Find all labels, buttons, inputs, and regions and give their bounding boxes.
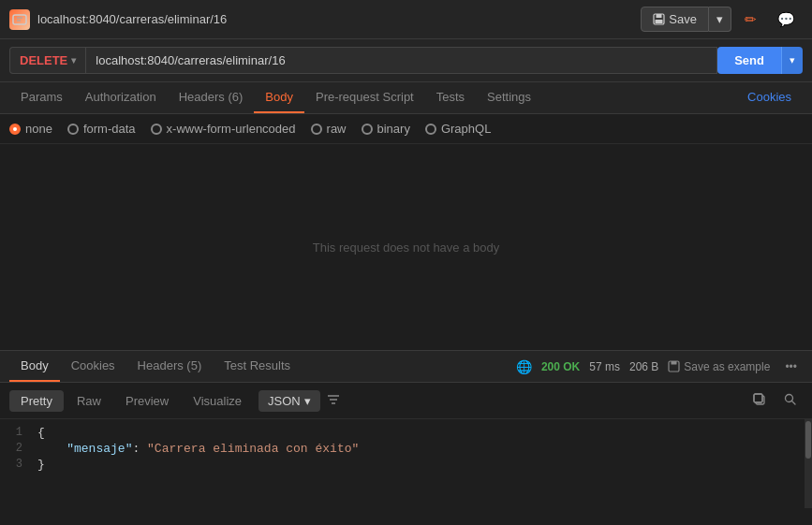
svg-rect-5 (656, 20, 663, 23)
response-code-view: 1 { 2 "mensaje": "Carrera eliminada con … (0, 419, 812, 508)
tab-params[interactable]: Params (9, 82, 74, 113)
url-input[interactable] (85, 47, 717, 74)
code-line-2: 2 "mensaje": "Carrera eliminada con éxit… (0, 441, 812, 457)
line-num-3: 3 (0, 458, 37, 471)
tab-pre-request[interactable]: Pre-request Script (304, 82, 425, 113)
edit-button[interactable]: ✏ (737, 7, 764, 33)
svg-rect-12 (754, 394, 762, 402)
tab-body[interactable]: Body (254, 82, 304, 113)
line-content-1: { (37, 426, 812, 440)
format-actions (746, 388, 803, 413)
tab-cookies[interactable]: Cookies (736, 82, 803, 113)
response-tabs: Body Cookies Headers (5) Test Results 🌐 … (0, 351, 812, 383)
option-raw[interactable]: raw (311, 122, 347, 136)
svg-rect-7 (672, 361, 677, 365)
tab-authorization[interactable]: Authorization (74, 82, 168, 113)
save-button[interactable]: Save (641, 7, 709, 32)
format-tab-preview[interactable]: Preview (114, 390, 180, 412)
radio-form-data-dot (67, 124, 79, 135)
format-tab-raw[interactable]: Raw (66, 390, 112, 412)
response-section: Body Cookies Headers (5) Test Results 🌐 … (0, 350, 812, 508)
option-urlencoded[interactable]: x-www-form-urlencoded (151, 122, 296, 136)
response-time: 57 ms (589, 360, 620, 373)
option-none[interactable]: none (9, 122, 52, 136)
tab-tests[interactable]: Tests (425, 82, 476, 113)
line-num-2: 2 (0, 442, 37, 455)
request-tabs: Params Authorization Headers (6) Body Pr… (0, 82, 812, 114)
tab-headers[interactable]: Headers (6) (168, 82, 255, 113)
format-tab-visualize[interactable]: Visualize (182, 390, 253, 412)
scrollbar[interactable] (805, 419, 812, 508)
response-size: 206 B (629, 360, 658, 373)
radio-graphql-dot (425, 124, 436, 135)
line-content-2: "mensaje": "Carrera eliminada con éxito" (37, 442, 812, 456)
svg-rect-0 (13, 15, 26, 24)
app-icon (9, 9, 30, 30)
save-example-icon (668, 360, 680, 372)
code-line-3: 3 } (0, 457, 812, 473)
body-options: none form-data x-www-form-urlencoded raw… (0, 114, 812, 144)
response-tab-body[interactable]: Body (9, 351, 60, 382)
window-url-title: localhost:8040/carreras/eliminar/16 (37, 12, 227, 26)
response-tab-cookies[interactable]: Cookies (60, 351, 126, 382)
response-status: 200 OK (541, 360, 580, 373)
top-bar-right: Save ▾ ✏ 💬 (641, 7, 803, 33)
globe-icon: 🌐 (516, 359, 532, 374)
radio-urlencoded-dot (151, 124, 162, 135)
method-label: DELETE (20, 53, 67, 67)
svg-line-15 (792, 401, 796, 405)
line-content-3: } (37, 458, 812, 472)
tab-settings[interactable]: Settings (476, 82, 542, 113)
more-button[interactable]: ••• (779, 357, 803, 377)
send-group: Send ▾ (717, 47, 803, 74)
method-select[interactable]: DELETE ▾ (9, 47, 85, 74)
json-format-select[interactable]: JSON ▾ (258, 390, 320, 412)
response-tab-test-results[interactable]: Test Results (213, 351, 302, 382)
comment-button[interactable]: 💬 (770, 7, 803, 33)
response-meta: 🌐 200 OK 57 ms 206 B Save as example ••• (516, 357, 803, 377)
option-binary[interactable]: binary (362, 122, 410, 136)
save-dropdown-button[interactable]: ▾ (709, 7, 731, 32)
send-dropdown-button[interactable]: ▾ (781, 47, 803, 74)
filter-icon[interactable] (326, 392, 341, 410)
option-form-data[interactable]: form-data (67, 122, 136, 136)
top-bar: localhost:8040/carreras/eliminar/16 Save… (0, 0, 812, 39)
code-line-1: 1 { (0, 425, 812, 441)
no-body-message: This request does not have a body (313, 241, 499, 255)
top-bar-left: localhost:8040/carreras/eliminar/16 (9, 9, 227, 30)
format-tabs: Pretty Raw Preview Visualize JSON ▾ (0, 383, 812, 419)
method-chevron-icon: ▾ (71, 55, 76, 66)
json-select-chevron-icon: ▾ (304, 394, 311, 408)
request-bar: DELETE ▾ Send ▾ (0, 39, 812, 82)
option-graphql[interactable]: GraphQL (425, 122, 491, 136)
scrollbar-thumb (805, 421, 811, 459)
radio-binary-dot (362, 124, 373, 135)
radio-none-dot (9, 124, 21, 135)
save-example-button[interactable]: Save as example (668, 360, 770, 373)
search-button[interactable] (777, 388, 803, 413)
send-button[interactable]: Send (717, 47, 781, 74)
format-tab-pretty[interactable]: Pretty (9, 390, 64, 412)
svg-rect-4 (657, 14, 662, 18)
save-icon (653, 13, 665, 25)
radio-raw-dot (311, 124, 322, 135)
line-num-1: 1 (0, 426, 37, 439)
body-content: This request does not have a body (0, 144, 812, 350)
response-tab-headers[interactable]: Headers (5) (126, 351, 214, 382)
copy-button[interactable] (746, 388, 772, 413)
